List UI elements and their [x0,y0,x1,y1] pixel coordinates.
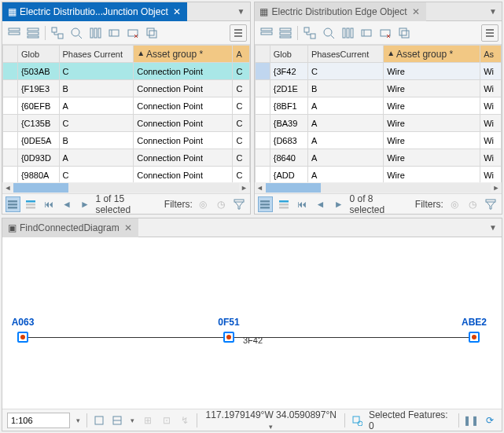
tab-dropdown[interactable]: ▼ [233,7,250,16]
row-handle[interactable] [3,132,18,149]
row-handle[interactable] [255,80,270,97]
table-row[interactable]: {C135BCConnection PointC [3,115,250,132]
col-glob[interactable]: Glob [17,46,59,63]
table-row[interactable]: {8BF1AWireWi [255,97,502,115]
cell-glob[interactable]: {60EFB [17,97,59,115]
cell-phases[interactable]: A [307,115,383,132]
table-row[interactable]: {9880ACConnection PointC [3,167,250,183]
cell-phases[interactable]: C [59,63,134,80]
cell-phases[interactable]: A [59,149,134,167]
show-selected-button[interactable] [24,196,39,212]
diagram-node[interactable] [469,332,480,343]
table-row[interactable]: {8640AWireWi [255,149,502,167]
cell-asset-group[interactable]: Connection Point [134,132,233,149]
cell-glob[interactable]: {BA39 [270,115,307,132]
cell-extra[interactable]: C [233,97,249,115]
cell-extra[interactable]: Wi [480,149,502,167]
zoom-to-button[interactable] [68,24,85,42]
tab-edge-object[interactable]: ▦ Electric Distribution Edge Object ✕ [255,2,426,21]
horizontal-scrollbar[interactable]: ◄ ► [2,182,250,193]
menu-button[interactable] [230,24,247,42]
cell-extra[interactable]: C [233,63,249,80]
row-handle[interactable] [3,149,18,167]
cell-asset-group[interactable]: Wire [384,132,480,149]
field-view2-button[interactable] [24,24,42,42]
table-row[interactable]: {BA39AWireWi [255,115,502,132]
cell-asset-group[interactable]: Connection Point [134,149,233,167]
diagram-node[interactable] [223,332,234,343]
table-row[interactable]: {60EFBAConnection PointC [3,97,250,115]
first-record-button[interactable]: ⏮ [294,196,309,212]
cell-phases[interactable]: A [307,97,383,115]
field-view-button[interactable] [258,24,275,42]
scale-dropdown[interactable]: ▾ [75,416,82,424]
cell-phases[interactable]: A [307,167,383,183]
scroll-left-icon[interactable]: ◄ [2,182,13,193]
coords-dropdown[interactable]: ▾ [267,423,274,431]
filter-extent-icon[interactable]: ◎ [447,196,462,212]
mode-dropdown[interactable]: ▾ [129,416,136,424]
cell-phases[interactable]: A [307,149,383,167]
grid-button[interactable]: ⊞ [141,413,155,427]
close-icon[interactable]: ✕ [123,222,134,233]
cell-extra[interactable]: C [233,149,249,167]
cell-phases[interactable]: B [307,80,383,97]
scale-input[interactable] [7,413,70,428]
cell-glob[interactable]: {ADD [270,167,307,183]
col-asset-group[interactable]: ▲Asset group * [384,46,480,63]
table-row[interactable]: {F19E3BConnection PointC [3,80,250,97]
cell-extra[interactable]: Wi [480,167,502,183]
cell-glob[interactable]: {9880A [17,167,59,183]
col-extra[interactable]: A [233,46,249,63]
cell-asset-group[interactable]: Connection Point [134,97,233,115]
columns-button[interactable] [86,24,104,42]
col-extra[interactable]: As [480,46,502,63]
insert-button[interactable] [105,24,123,42]
cell-glob[interactable]: {0D93D [17,149,59,167]
tab-dropdown[interactable]: ▼ [484,7,502,16]
cell-extra[interactable]: Wi [480,63,502,80]
table-row[interactable]: {0D93DAConnection PointC [3,149,250,167]
close-icon[interactable]: ✕ [171,6,182,17]
scroll-thumb[interactable] [13,183,68,193]
next-record-button[interactable]: ► [78,196,93,212]
row-handle[interactable] [3,97,18,115]
next-record-button[interactable]: ► [331,196,346,212]
cell-phases[interactable]: A [59,97,134,115]
col-asset-group[interactable]: ▲Asset group * [134,46,233,63]
cell-asset-group[interactable]: Connection Point [134,63,233,80]
scroll-right-icon[interactable]: ► [491,182,502,193]
table-row[interactable]: {3F42CWireWi [255,63,502,80]
cell-asset-group[interactable]: Connection Point [134,115,233,132]
delete-button[interactable] [377,24,394,42]
filter-button[interactable] [484,196,498,212]
cell-asset-group[interactable]: Wire [384,115,480,132]
snap-button[interactable]: ⊡ [160,413,174,427]
cell-extra[interactable]: Wi [480,115,502,132]
prev-record-button[interactable]: ◄ [60,196,75,212]
delete-button[interactable] [124,24,142,42]
cell-glob[interactable]: {0DE5A [17,132,59,149]
cell-asset-group[interactable]: Wire [384,63,480,80]
prev-record-button[interactable]: ◄ [313,196,328,212]
rotate-button[interactable] [92,413,106,427]
table-row[interactable]: {2D1EBWireWi [255,80,502,97]
cell-extra[interactable]: C [233,80,249,97]
pause-button[interactable]: ❚❚ [464,413,478,427]
row-handle[interactable] [3,80,18,97]
cell-glob[interactable]: {503AB [17,63,59,80]
cell-phases[interactable]: A [307,132,383,149]
row-handle[interactable] [255,115,270,132]
cell-phases[interactable]: B [59,80,134,97]
filter-button[interactable] [232,196,247,212]
cell-asset-group[interactable]: Connection Point [134,80,233,97]
tab-junction-object[interactable]: ▦ Electric Distributio...Junction Object… [2,2,187,21]
cell-asset-group[interactable]: Wire [384,149,480,167]
cell-glob[interactable]: {8BF1 [270,97,307,115]
cell-extra[interactable]: Wi [480,97,502,115]
columns-button[interactable] [339,24,356,42]
insert-button[interactable] [358,24,375,42]
show-selected-button[interactable] [276,196,291,212]
map-canvas[interactable]: 3F42A0630F51ABE2 [2,237,502,409]
refresh-button[interactable]: ⟳ [483,413,497,427]
